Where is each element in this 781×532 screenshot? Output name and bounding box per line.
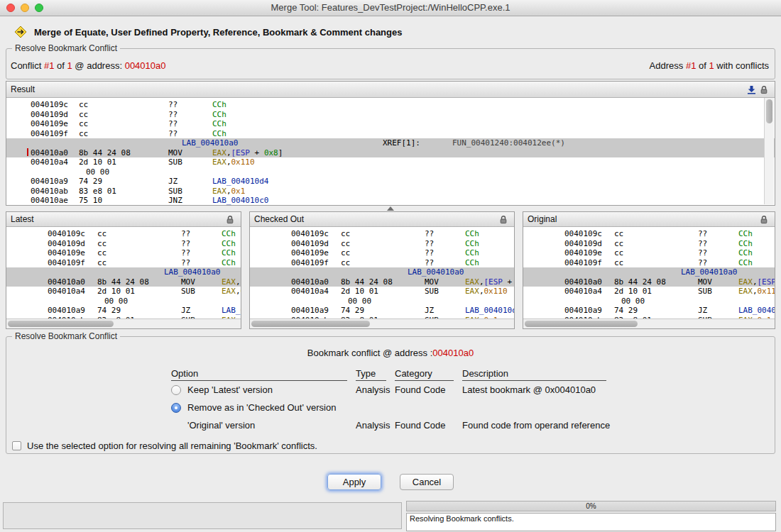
apply-to-all-checkbox[interactable] [12,441,21,450]
option-label: 'Original' version [187,420,255,431]
listing-row[interactable]: 004010ab83 e8 01SUBEAX,0x1 [6,187,775,196]
listing-row[interactable]: 0040109fcc??CCh [6,129,775,139]
listing-row[interactable]: 0040109fcc??CCh [250,258,514,268]
category-column-header: Category [395,368,454,381]
type-column-header: Type [356,368,386,381]
panel-title: Original [528,214,758,224]
listing-operand: CCh [738,248,753,258]
listing-bytes: cc [97,258,106,268]
latest-listing[interactable]: 0040109ccc??CCh0040109dcc??CCh0040109ecc… [6,227,241,323]
listing-mnemonic: SUB [168,187,182,196]
apply-to-all-label[interactable]: Use the selected option for resolving al… [27,440,317,451]
listing-row[interactable]: 004010a974 29JZLAB_004010d4 [523,306,775,316]
listing-mnemonic: ?? [168,119,178,129]
latest-panel-header: Latest [6,212,241,227]
listing-row[interactable]: 00 00 [523,297,775,306]
listing-row[interactable]: 0040109fcc??CCh [6,258,241,268]
listing-row[interactable]: 004010a08b 44 24 08MOVEAX,[ESP + 0x8] [6,148,775,158]
listing-address: 0040109e [31,119,68,129]
listing-row[interactable]: 004010a974 29JZLAB_004010d4 [250,306,514,316]
listing-label-row[interactable]: LAB_004010a0XREF[1]:FUN_00401240:004012e… [523,267,775,277]
zoom-button[interactable] [35,4,43,12]
conflict-address: 004010a0 [125,60,166,71]
listing-bytes: cc [97,248,106,258]
listing-row[interactable]: 0040109ecc??CCh [6,119,775,129]
lock-icon[interactable] [497,214,510,225]
listing-row[interactable]: 004010a42d 10 01SUBEAX,0x110 [6,287,241,297]
listing-row[interactable]: 004010a08b 44 24 08MOVEAX,[ESP + 0x8] [250,277,514,287]
result-panel: Result 0040109ccc??CCh0040109dcc??CCh004… [6,81,775,206]
listing-row[interactable]: 0040109ccc??CCh [523,229,775,239]
result-vertical-scrollbar[interactable] [764,98,774,204]
minimize-button[interactable] [21,4,29,12]
listing-row[interactable]: 0040109dcc??CCh [6,239,241,249]
listing-mnemonic: ?? [698,229,707,239]
scrollbar-thumb[interactable] [251,321,370,327]
lock-icon[interactable] [758,84,770,95]
horizontal-splitter[interactable] [6,206,775,211]
original-horizontal-scrollbar[interactable] [523,318,775,328]
cancel-button[interactable]: Cancel [400,474,454,490]
scrollbar-thumb[interactable] [525,321,638,327]
listing-bytes: 8b 44 24 08 [97,277,149,287]
listing-mnemonic: ?? [181,248,190,258]
listing-row[interactable]: 0040109ccc??CCh [6,229,241,239]
listing-label: LAB_004010a0 [164,267,220,277]
splitter-handle[interactable] [387,206,394,211]
listing-bytes: cc [341,239,350,249]
lock-icon[interactable] [224,214,236,225]
listing-row[interactable]: 004010a42d 10 01SUBEAX,0x110 [523,287,775,297]
listing-row[interactable]: 0040109fcc??CCh [523,258,775,268]
listing-row[interactable]: 0040109dcc??CCh [6,110,775,120]
listing-operand: EAX,0x1 [212,187,245,196]
option-label[interactable]: Keep 'Latest' version [187,384,273,395]
listing-row[interactable]: 00 00 [6,297,241,306]
listing-address: 004010a4 [31,157,68,167]
listing-address: 0040109f [564,258,602,268]
listing-row[interactable]: 00 00 [250,297,514,306]
checked-out-horizontal-scrollbar[interactable] [250,318,514,328]
listing-row[interactable]: 00 00 [6,167,775,177]
listing-bytes-continuation: 00 00 [86,167,109,177]
apply-button[interactable]: Apply [327,474,381,490]
listing-row[interactable]: 0040109ecc??CCh [6,248,241,258]
option-label[interactable]: Remove as in 'Checked Out' version [187,402,336,413]
listing-row[interactable]: 0040109ccc??CCh [250,229,514,239]
listing-address: 004010a0 [31,148,68,158]
radio-keep-latest[interactable] [171,385,181,395]
listing-label-row[interactable]: LAB_004010a0XREF[1]:FUN_00401240:004012e… [6,138,775,148]
listing-label-row[interactable]: LAB_004010a0XREF[1]:FUN_00401240:004012e… [250,267,514,277]
option-type: Analysis [356,420,395,431]
lock-icon[interactable] [758,214,770,225]
listing-row[interactable]: 004010a08b 44 24 08MOVEAX,[ESP + 0x8] [6,277,241,287]
compare-panels-row: Latest 0040109ccc??CCh0040109dcc??CCh004… [6,211,775,329]
listing-operand: CCh [738,229,753,239]
scrollbar-thumb[interactable] [766,99,772,123]
listing-row[interactable]: 004010a974 29JZLAB_004010d4 [6,306,241,316]
latest-horizontal-scrollbar[interactable] [6,318,241,328]
result-listing[interactable]: 0040109ccc??CCh0040109dcc??CCh0040109ecc… [6,98,775,206]
listing-row[interactable]: 004010a42d 10 01SUBEAX,0x110 [6,157,775,167]
download-icon[interactable] [745,84,758,95]
scrollbar-thumb[interactable] [8,321,114,327]
listing-mnemonic: ?? [168,110,178,120]
listing-bytes: cc [79,100,88,110]
listing-row[interactable]: 0040109dcc??CCh [523,239,775,249]
listing-row[interactable]: 0040109ecc??CCh [523,248,775,258]
original-listing[interactable]: 0040109ccc??CCh0040109dcc??CCh0040109ecc… [523,227,775,323]
listing-row[interactable]: 0040109ccc??CCh [6,100,775,110]
checked-out-panel-header: Checked Out [250,212,514,227]
listing-label-row[interactable]: LAB_004010a0XREF[1]:FUN_00401240:004012e… [6,267,241,277]
listing-row[interactable]: 004010a974 29JZLAB_004010d4 [6,177,775,187]
checked-out-listing[interactable]: 0040109ccc??CCh0040109dcc??CCh0040109ecc… [250,227,514,323]
listing-row[interactable]: 004010a08b 44 24 08MOVEAX,[ESP + 0x8] [523,277,775,287]
listing-row[interactable]: 0040109dcc??CCh [250,239,514,249]
panel-title: Result [11,84,745,94]
listing-row[interactable]: 004010a42d 10 01SUBEAX,0x110 [250,287,514,297]
close-button[interactable] [6,4,15,12]
listing-row[interactable]: 0040109ecc??CCh [250,248,514,258]
listing-mnemonic: JZ [168,177,178,187]
radio-remove-checked-out[interactable] [171,403,181,413]
bookmark-address: 004010a0 [432,348,474,358]
listing-row[interactable]: 004010ae75 10JNZLAB_004010c0 [6,196,775,206]
